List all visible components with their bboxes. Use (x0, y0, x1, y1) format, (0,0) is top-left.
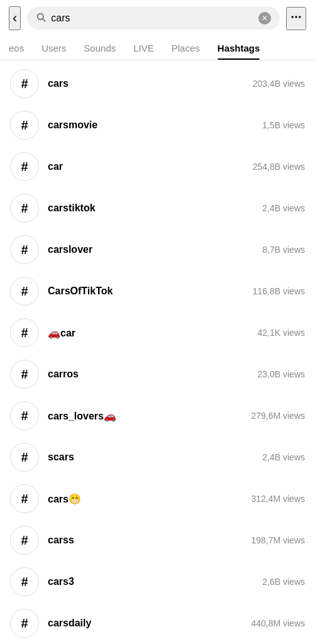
view-count: 23,0B views (258, 369, 305, 379)
result-content: cars (48, 78, 244, 89)
list-item[interactable]: # car 254,8B views (0, 146, 315, 187)
view-count: 279,6M views (251, 411, 305, 421)
list-item[interactable]: # carros 23,0B views (0, 353, 315, 395)
result-content: 🚗car (48, 327, 249, 339)
tab-places[interactable]: Places (163, 36, 209, 60)
result-content: cars😁 (48, 493, 242, 505)
search-icon (36, 12, 46, 25)
result-content: cars3 (48, 576, 253, 587)
svg-point-3 (295, 16, 297, 18)
list-item[interactable]: # cars_lovers🚗 279,6M views (0, 395, 315, 436)
list-item[interactable]: # carslover 8,7B views (0, 229, 315, 270)
hashtag-name: carsdaily (48, 618, 242, 629)
list-item[interactable]: # 🚗car 42,1K views (0, 312, 315, 353)
view-count: 8,7B views (262, 245, 305, 255)
result-content: carsmovie (48, 119, 253, 131)
result-content: CarsOfTikTok (48, 286, 244, 297)
hash-icon: # (10, 401, 39, 430)
tab-videos[interactable]: eos (0, 36, 33, 60)
view-count: 116,8B views (253, 286, 305, 296)
hashtag-name: cars (48, 78, 244, 89)
result-content: carsdaily (48, 618, 242, 629)
hash-icon: # (10, 484, 39, 513)
result-content: cars_lovers🚗 (48, 410, 242, 422)
list-item[interactable]: # carss 198,7M views (0, 519, 315, 561)
hash-icon: # (10, 194, 39, 223)
hash-icon: # (10, 235, 39, 264)
hashtag-name: carros (48, 369, 249, 380)
header: ‹ ✕ (0, 0, 315, 36)
hashtag-name: cars_lovers🚗 (48, 410, 242, 422)
list-item[interactable]: # carstiktok 2,4B views (0, 187, 315, 229)
tab-users[interactable]: Users (33, 36, 75, 60)
hash-icon: # (10, 526, 39, 555)
result-content: scars (48, 452, 253, 463)
tab-sounds[interactable]: Sounds (75, 36, 124, 60)
hash-icon: # (10, 152, 39, 181)
hash-icon: # (10, 567, 39, 596)
view-count: 203,4B views (253, 79, 305, 89)
view-count: 2,6B views (262, 577, 305, 587)
results-list: # cars 203,4B views # carsmovie 1,5B vie… (0, 60, 315, 644)
svg-line-1 (43, 19, 45, 21)
list-item[interactable]: # carsdaily 440,8M views (0, 602, 315, 644)
back-button[interactable]: ‹ (9, 6, 21, 30)
hash-icon: # (10, 609, 39, 638)
hashtag-name: CarsOfTikTok (48, 286, 244, 297)
hash-icon: # (10, 111, 39, 140)
view-count: 2,4B views (262, 203, 305, 213)
hashtag-name: scars (48, 452, 253, 463)
view-count: 198,7M views (251, 535, 305, 545)
hashtag-name: cars😁 (48, 493, 242, 505)
more-options-button[interactable] (286, 7, 306, 30)
view-count: 42,1K views (258, 328, 305, 338)
list-item[interactable]: # scars 2,4B views (0, 436, 315, 478)
result-content: carros (48, 369, 249, 380)
hashtag-name: car (48, 161, 244, 172)
hash-icon: # (10, 277, 39, 306)
list-item[interactable]: # CarsOfTikTok 116,8B views (0, 270, 315, 312)
search-bar: ✕ (27, 7, 280, 30)
result-content: carstiktok (48, 203, 253, 214)
tab-live[interactable]: LIVE (124, 36, 163, 60)
hashtag-name: carslover (48, 244, 253, 255)
view-count: 254,8B views (253, 162, 305, 172)
hash-icon: # (10, 360, 39, 389)
svg-point-4 (299, 16, 301, 18)
list-item[interactable]: # cars😁 312,4M views (0, 478, 315, 519)
hashtag-name: carss (48, 535, 242, 546)
hash-icon: # (10, 443, 39, 472)
view-count: 1,5B views (262, 120, 305, 130)
view-count: 312,4M views (251, 494, 305, 504)
view-count: 440,8M views (251, 618, 305, 628)
search-input[interactable] (51, 13, 253, 24)
result-content: carslover (48, 244, 253, 255)
hashtag-name: 🚗car (48, 327, 249, 339)
hash-icon: # (10, 69, 39, 98)
hashtag-name: cars3 (48, 576, 253, 587)
result-content: carss (48, 535, 242, 546)
tab-hashtags[interactable]: Hashtags (209, 36, 269, 60)
hashtag-name: carstiktok (48, 203, 253, 214)
tabs-bar: eos Users Sounds LIVE Places Hashtags (0, 36, 315, 60)
result-content: car (48, 161, 244, 172)
list-item[interactable]: # carsmovie 1,5B views (0, 104, 315, 146)
clear-icon: ✕ (262, 14, 268, 23)
clear-button[interactable]: ✕ (258, 12, 271, 25)
hash-icon: # (10, 318, 39, 347)
view-count: 2,4B views (262, 452, 305, 462)
hashtag-name: carsmovie (48, 119, 253, 131)
list-item[interactable]: # cars3 2,6B views (0, 561, 315, 602)
svg-point-2 (292, 16, 294, 18)
list-item[interactable]: # cars 203,4B views (0, 63, 315, 104)
